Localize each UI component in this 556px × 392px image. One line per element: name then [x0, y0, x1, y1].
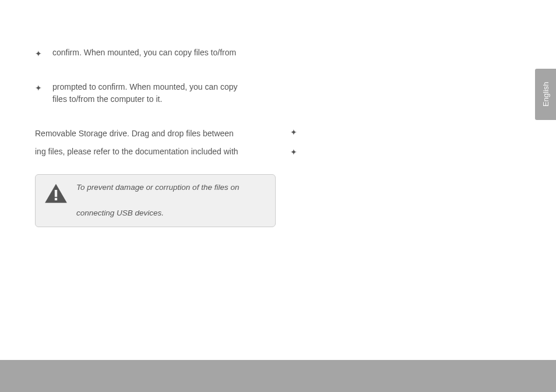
body-paragraph: Removable Storage drive. Drag and drop f… — [35, 128, 251, 140]
warning-infobox: To prevent damage or corruption of the f… — [35, 174, 276, 227]
svg-rect-0 — [55, 190, 57, 197]
bullet-item: ✦ — [290, 145, 500, 154]
bullet-text: prompted to confirm. When mounted, you c… — [52, 81, 251, 105]
star-icon: ✦ — [35, 82, 42, 94]
svg-rect-1 — [55, 198, 57, 200]
star-icon: ✦ — [35, 48, 42, 60]
star-icon: ✦ — [290, 146, 297, 158]
right-column: ✦ ✦ — [290, 125, 500, 165]
star-icon: ✦ — [290, 126, 297, 139]
main-content: ✦ confirm. When mounted, you can copy fi… — [0, 0, 286, 227]
infobox-text: To prevent damage or corruption of the f… — [76, 182, 239, 220]
language-tab[interactable]: English — [535, 69, 556, 120]
bullet-item: ✦ confirm. When mounted, you can copy fi… — [35, 47, 251, 59]
footer-bar — [0, 360, 556, 392]
language-label: English — [540, 82, 551, 107]
bullet-item: ✦ prompted to confirm. When mounted, you… — [35, 81, 251, 105]
body-paragraph: ing files, please refer to the documenta… — [35, 146, 251, 158]
bullet-text: confirm. When mounted, you can copy file… — [52, 47, 251, 59]
warning-icon — [44, 183, 68, 204]
bullet-item: ✦ — [290, 125, 500, 135]
